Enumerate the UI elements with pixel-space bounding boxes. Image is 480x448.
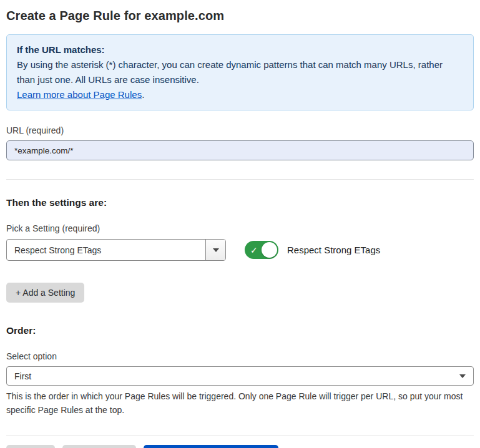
order-select[interactable]: First (6, 366, 474, 386)
page-title: Create a Page Rule for example.com (6, 9, 474, 23)
footer-actions: Cancel Save as Draft Save and Deploy Pag… (6, 445, 474, 448)
footer-divider (6, 436, 474, 436)
toggle-wrap: ✓ Respect Strong ETags (245, 241, 380, 259)
cancel-button[interactable]: Cancel (6, 445, 55, 448)
order-heading: Order: (6, 325, 474, 336)
chevron-down-icon (213, 248, 219, 252)
chevron-down-icon (459, 374, 466, 378)
add-setting-button[interactable]: + Add a Setting (6, 283, 84, 303)
info-box-body: By using the asterisk (*) character, you… (17, 57, 463, 87)
info-link-row: Learn more about Page Rules. (17, 87, 463, 102)
divider (6, 179, 474, 180)
save-deploy-button[interactable]: Save and Deploy Page Rule (144, 445, 278, 448)
link-period: . (142, 89, 144, 100)
setting-select-caret-button[interactable] (205, 240, 225, 260)
info-box-heading: If the URL matches: (17, 42, 463, 57)
toggle-label: Respect Strong ETags (287, 245, 380, 255)
url-input[interactable] (6, 140, 474, 160)
check-icon: ✓ (250, 246, 258, 255)
toggle-knob (262, 242, 277, 258)
setting-select[interactable]: Respect Strong ETags (6, 239, 226, 261)
setting-row: Respect Strong ETags ✓ Respect Strong ET… (6, 239, 474, 261)
setting-select-value: Respect Strong ETags (7, 240, 205, 260)
learn-more-link[interactable]: Learn more about Page Rules (17, 89, 142, 100)
save-draft-button[interactable]: Save as Draft (62, 445, 137, 448)
order-select-value: First (14, 371, 31, 381)
settings-heading: Then the settings are: (6, 197, 474, 208)
order-select-label: Select option (6, 351, 474, 361)
info-box: If the URL matches: By using the asteris… (6, 34, 474, 110)
pick-setting-label: Pick a Setting (required) (6, 223, 474, 233)
page-rule-form: Create a Page Rule for example.com If th… (0, 0, 480, 448)
etags-toggle[interactable]: ✓ (245, 241, 278, 259)
url-label: URL (required) (6, 125, 474, 135)
order-help-text: This is the order in which your Page Rul… (6, 390, 473, 417)
